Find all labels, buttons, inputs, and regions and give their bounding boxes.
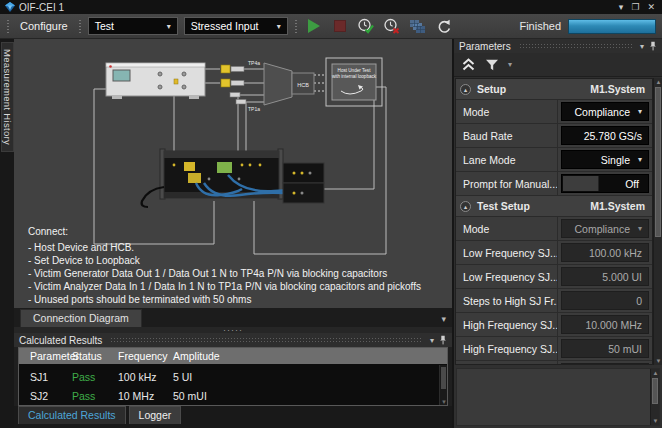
- run-status-label: Finished: [519, 20, 561, 32]
- calculated-results-panel: Calculated Results ▾ Parameter Status Fr…: [14, 333, 452, 406]
- scroll-down-icon[interactable]: ▼: [651, 418, 660, 424]
- param-readonly-value: 5.000 UI: [561, 267, 649, 286]
- toolbar-grip[interactable]: [6, 19, 10, 33]
- section-header[interactable]: ▴ Setup M1.System: [456, 79, 652, 100]
- window-menu-icon[interactable]: ▾: [619, 2, 624, 12]
- splitter-dots-icon: ·····: [223, 329, 243, 332]
- bottom-tab-bar: Calculated Results Logger: [14, 406, 452, 424]
- chevron-down-icon: ▾: [638, 155, 642, 164]
- cell-frequency: 10 MHz: [118, 390, 173, 402]
- scrollbar-thumb[interactable]: [652, 378, 658, 404]
- chevron-down-icon[interactable]: ▾: [430, 336, 434, 345]
- parameter-row: High Frequency SJ...10.000 MHz: [456, 313, 652, 337]
- window-close-icon[interactable]: ✕: [647, 2, 655, 12]
- results-body: SJ1 Pass 100 kHz 5 UI SJ2 Pass 10 MHz 50…: [19, 364, 447, 405]
- column-header-amplitude[interactable]: Amplitude: [173, 350, 447, 362]
- table-row[interactable]: SJ2 Pass 10 MHz 50 mUI: [19, 386, 447, 405]
- reject-measurement-button[interactable]: [382, 16, 402, 36]
- section-collapse-icon[interactable]: ▴: [460, 84, 471, 95]
- chevron-down-icon[interactable]: ▾: [441, 314, 446, 324]
- cell-parameter: SJ1: [19, 371, 72, 383]
- tp1a-label: TP1a: [248, 106, 260, 112]
- section-collapse-icon[interactable]: ▴: [460, 201, 471, 212]
- pin-icon[interactable]: [439, 335, 447, 345]
- parameter-row: High Frequency SJ...50 mUI: [456, 337, 652, 361]
- tab-calculated-results[interactable]: Calculated Results: [18, 406, 126, 424]
- results-table: Parameter Status Frequency Amplitude SJ1…: [18, 347, 448, 406]
- filter-icon[interactable]: [485, 59, 499, 71]
- parameters-header: Parameters ▾: [454, 39, 662, 53]
- parameter-label: Baud Rate: [456, 124, 558, 147]
- window-maximize-icon[interactable]: ❐: [631, 2, 639, 12]
- scroll-down-icon[interactable]: ▼: [441, 399, 447, 405]
- app-logo-icon: [5, 2, 15, 12]
- parameter-row: Steps to High SJ Fr...0: [456, 289, 652, 313]
- clock-check-icon: [357, 18, 375, 35]
- chevron-down-icon: ▾: [638, 224, 642, 233]
- toolbar-grip[interactable]: [78, 19, 82, 33]
- connect-line: - Set Device to Loopback: [28, 254, 421, 267]
- scroll-down-icon[interactable]: ▼: [654, 358, 662, 364]
- panel-drag-texture[interactable]: [519, 43, 632, 50]
- description-scrollbar[interactable]: ▲ ▼: [650, 369, 659, 425]
- stressed-input-dropdown[interactable]: Stressed Input ▾: [184, 17, 288, 35]
- parameter-label: High Frequency SJ...: [456, 337, 558, 360]
- connect-line: - Host Device and HCB.: [28, 241, 421, 254]
- parameter-row: Lane ModeSingle▾: [456, 148, 652, 172]
- parameter-row-clipped: [456, 361, 652, 365]
- parameter-row: Low Frequency SJ...5.000 UI: [456, 265, 652, 289]
- panel-drag-texture[interactable]: [110, 337, 422, 344]
- scroll-up-icon[interactable]: ▲: [654, 79, 662, 85]
- param-dropdown[interactable]: Compliance▾: [561, 102, 649, 121]
- toggle-state-label: Off: [625, 178, 639, 190]
- progress-bar: [568, 19, 656, 34]
- column-header-status[interactable]: Status: [72, 350, 118, 362]
- measurement-history-tab[interactable]: Measurement History: [1, 42, 14, 152]
- scrollbar-thumb[interactable]: [441, 367, 446, 389]
- parameter-description-pane: ▲ ▼: [456, 368, 660, 426]
- connect-line: - Data for clock recovery from pickoffs: [28, 306, 421, 308]
- connect-line: - Victim Analyzer Data In 1 / Data In 1 …: [28, 280, 421, 293]
- layers-grid-icon: [409, 19, 426, 34]
- rerun-button[interactable]: [434, 16, 454, 36]
- parameter-label: Low Frequency SJ...: [456, 241, 558, 264]
- param-dropdown-disabled: Compliance▾: [561, 219, 649, 238]
- toolbar-grip[interactable]: [294, 19, 298, 33]
- parameter-label: Lane Mode: [456, 148, 558, 171]
- param-input[interactable]: 25.780 GS/s: [561, 126, 649, 145]
- pin-icon[interactable]: [649, 41, 657, 51]
- cell-amplitude: 5 UI: [173, 371, 447, 383]
- chevron-down-icon[interactable]: ▾: [508, 60, 512, 69]
- multiple-runs-button[interactable]: [408, 16, 428, 36]
- parameter-label: Mode: [456, 100, 558, 123]
- table-row[interactable]: SJ1 Pass 100 kHz 5 UI: [19, 367, 447, 386]
- host-label-line2: with internal loopback: [332, 74, 377, 79]
- scrollbar-thumb[interactable]: [655, 87, 661, 237]
- parameter-row: ModeCompliance▾: [456, 217, 652, 241]
- connect-line: - Victim Generator Data Out 1 / Data Out…: [28, 267, 421, 280]
- section-scope: M1.System: [590, 83, 645, 95]
- run-button[interactable]: [304, 16, 324, 36]
- chevron-down-icon[interactable]: ▾: [640, 42, 644, 51]
- column-header-parameter[interactable]: Parameter: [19, 350, 72, 362]
- collapse-all-icon[interactable]: [461, 58, 476, 71]
- accept-measurement-button[interactable]: [356, 16, 376, 36]
- section-header[interactable]: ▴ Test Setup M1.System: [456, 196, 652, 217]
- parameters-grid: ▴ Setup M1.System ModeCompliance▾ Baud R…: [455, 78, 653, 365]
- stop-button[interactable]: [330, 16, 350, 36]
- parameter-label: High Frequency SJ...: [456, 313, 558, 336]
- param-toggle[interactable]: Off: [561, 174, 649, 193]
- column-header-frequency[interactable]: Frequency: [118, 350, 173, 362]
- param-dropdown[interactable]: Single▾: [561, 150, 649, 169]
- connection-diagram-tab[interactable]: Connection Diagram: [20, 309, 142, 327]
- cell-frequency: 100 kHz: [118, 371, 173, 383]
- tab-logger[interactable]: Logger: [129, 406, 182, 424]
- cell-amplitude: 50 mUI: [173, 390, 447, 402]
- parameters-scrollbar[interactable]: ▲ ▼: [653, 78, 662, 365]
- test-dropdown[interactable]: Test ▾: [88, 17, 178, 35]
- scroll-up-icon[interactable]: ▲: [651, 370, 660, 376]
- results-scrollbar[interactable]: ▼: [439, 365, 447, 405]
- configure-button[interactable]: Configure: [20, 20, 68, 32]
- undo-arrow-icon: [436, 19, 452, 34]
- section-title: Test Setup: [477, 200, 530, 212]
